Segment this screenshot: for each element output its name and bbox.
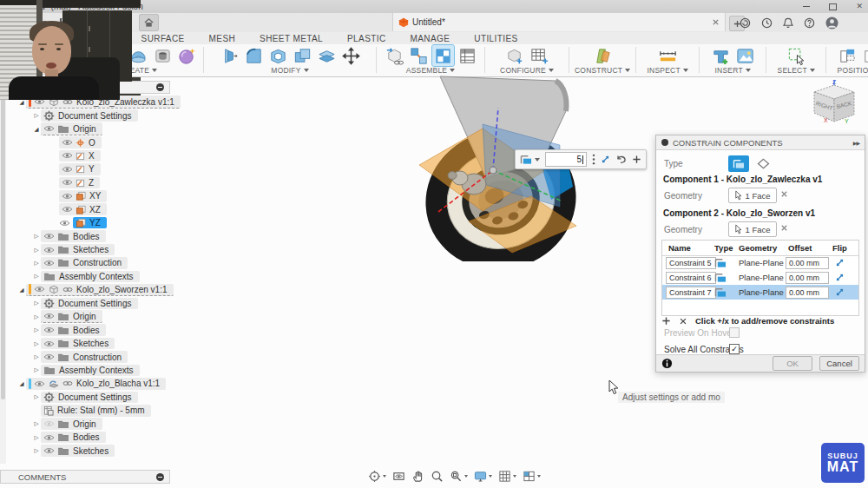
browser-item-document-settings[interactable]: ▷Document Settings [7,109,172,122]
browser-item-sketches[interactable]: ▷Sketches [7,337,172,350]
offsetface-icon[interactable] [316,45,338,66]
visibility-eye-icon[interactable] [34,286,45,293]
insertmesh-icon[interactable] [710,45,732,66]
expand-arrow-icon[interactable]: ▷ [32,112,41,119]
canvas-icon[interactable] [734,45,756,66]
offset-input[interactable]: 0.00 mm [786,287,829,299]
recent-activity-icon[interactable] [761,17,773,29]
dialog-grip-icon[interactable] [661,139,668,146]
browser-item-z[interactable]: Z [7,176,172,189]
selectbox-icon[interactable] [786,45,807,66]
visibility-eye-icon[interactable] [62,152,73,159]
presspull-icon[interactable] [219,45,240,66]
browser-item-kolo-zlo-blacha-v1-1[interactable]: ◢Kolo_zlo_Blacha v1:1 [7,377,172,390]
group-dropdown[interactable]: SELECT [778,66,815,76]
expand-arrow-icon[interactable]: ▷ [32,366,41,373]
expand-arrow-icon[interactable]: ▷ [32,326,41,333]
browser-item-document-settings[interactable]: ▷Document Settings [7,391,172,404]
close-window-icon[interactable]: ✕ [856,3,863,10]
notifications-icon[interactable] [783,17,793,29]
browser-item-origin[interactable]: ▷Origin [7,418,172,431]
group-dropdown[interactable]: POSITION [838,66,868,76]
visibility-eye-icon[interactable] [43,340,55,347]
expand-arrow-icon[interactable]: ▷ [32,340,41,347]
constraint-row-constraint-7[interactable]: Constraint 7Plane-Plane0.00 mm [662,285,858,300]
expand-arrow-icon[interactable]: ▷ [32,273,41,280]
group-dropdown[interactable]: MODIFY [271,66,308,76]
group-dropdown[interactable]: INSPECT [648,66,688,76]
visibility-eye-icon[interactable] [43,125,55,132]
tab-sheet-metal[interactable]: SHEET METAL [247,32,335,44]
view-cube[interactable]: RIGHT BACK X Y Z [804,78,866,141]
move-icon[interactable] [340,45,362,66]
tab-manage[interactable]: MANAGE [398,32,463,44]
tab-mesh[interactable]: MESH [197,32,248,44]
browser-item-document-settings[interactable]: ▷Document Settings [7,297,172,310]
browser-item-bodies[interactable]: ▷Bodies [7,431,172,444]
add-constraint-icon[interactable] [661,316,671,326]
look-at-icon[interactable] [392,470,405,483]
browser-item-construction[interactable]: ▷Construction [7,350,172,363]
clear-selection-2-icon[interactable] [780,224,788,232]
more-options-icon[interactable] [592,154,595,165]
flip-icon[interactable] [835,258,845,267]
maximize-icon[interactable] [829,3,837,10]
joint-icon[interactable] [408,45,430,66]
expand-arrow-icon[interactable]: ◢ [32,126,41,133]
constrain-icon[interactable] [432,45,454,66]
document-tab[interactable]: Untitled* [392,13,726,31]
visibility-eye-icon[interactable] [43,420,55,427]
tab-utilities[interactable]: UTILITIES [462,32,529,44]
expand-arrow-icon[interactable]: ▷ [32,247,41,254]
browser-item-o[interactable]: O [7,135,172,148]
browser-item-assembly-contexts[interactable]: ▷Assembly Contexts [7,270,172,283]
combine-icon[interactable] [292,45,313,66]
visibility-eye-icon[interactable] [62,139,73,146]
constraint-row-constraint-5[interactable]: Constraint 5Plane-Plane0.00 mm [662,255,858,270]
shell-icon[interactable] [267,45,289,66]
measure-icon[interactable] [657,45,679,66]
constraint-name-input[interactable]: Constraint 7 [666,287,716,299]
visibility-eye-icon[interactable] [62,193,73,200]
visibility-eye-icon[interactable] [43,447,55,454]
offset-input[interactable]: 0.00 mm [786,272,829,284]
minimize-panel-icon[interactable] [156,83,164,91]
expand-arrow-icon[interactable]: ▷ [32,420,41,427]
visibility-eye-icon[interactable] [43,326,55,333]
geometry-selection-2[interactable]: 1 Face [728,221,777,237]
expand-arrow-icon[interactable]: ▷ [32,353,41,360]
user-avatar[interactable] [825,16,838,30]
job-status-icon[interactable] [740,17,751,29]
bom-icon[interactable] [457,45,478,66]
capture-icon[interactable] [837,45,858,66]
flip-icon[interactable] [835,287,845,297]
offset-input[interactable]: 0.00 mm [786,257,829,269]
expand-arrow-icon[interactable]: ▷ [32,300,41,307]
flip-icon[interactable] [835,273,845,282]
zoom-window-icon[interactable] [450,470,468,483]
constraint-type-dropdown[interactable] [520,155,540,165]
pan-icon[interactable] [411,470,424,483]
configtable-icon[interactable] [529,45,550,66]
browser-item-y[interactable]: Y [7,162,172,175]
expand-arrow-icon[interactable]: ▷ [32,313,41,320]
constraint-name-input[interactable]: Constraint 5 [666,257,716,269]
minimize-icon[interactable] [803,6,810,7]
constraint-name-input[interactable]: Constraint 6 [666,272,716,284]
dialog-header[interactable]: CONSTRAIN COMPONENTS ▶▶ [656,135,865,150]
offset-value-input[interactable]: 5 [545,152,587,167]
browser-scrollbar[interactable] [0,96,6,464]
grid-settings-icon[interactable] [498,470,516,483]
browser-item-bodies[interactable]: ▷Bodies [7,323,172,336]
help-icon[interactable] [804,17,815,29]
expand-arrow-icon[interactable]: ▷ [32,393,41,400]
expand-arrow-icon[interactable]: ▷ [32,434,41,441]
browser-item-origin[interactable]: ▷Origin [7,310,172,323]
geometry-selection-1[interactable]: 1 Face [728,188,777,203]
expand-arrow-icon[interactable]: ◢ [17,380,26,387]
revert-icon[interactable] [861,45,868,66]
zoom-icon[interactable] [431,470,444,483]
tangent-constraint-type-button[interactable] [753,155,773,172]
tab-plastic[interactable]: PLASTIC [335,32,398,44]
tab-surface[interactable]: SURFACE [129,32,197,44]
